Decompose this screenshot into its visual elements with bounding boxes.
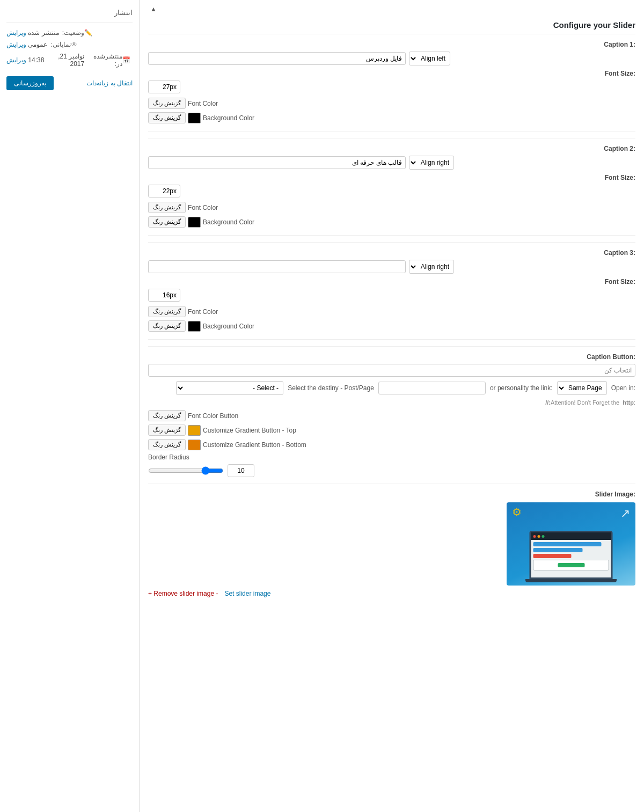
caption3-bgcolor-btn[interactable]: گزینش رنگ: [148, 320, 186, 332]
link-input[interactable]: [378, 382, 486, 394]
mock-screen-content: [531, 540, 611, 577]
mock-button: [533, 560, 609, 570]
set-slider-image-link[interactable]: Set slider image: [224, 590, 270, 597]
caption2-section: :Caption 2 Align right :Font Size Font C…: [148, 145, 635, 236]
caption-button-input-row: [148, 364, 635, 377]
sidebar: انتشار ✏️ وضعیت: منتشر شده ویرایش 👁 نمای…: [0, 0, 140, 812]
pencil-icon: ✏️: [84, 29, 92, 36]
published-time: 14:38: [28, 56, 44, 64]
caption1-align-select[interactable]: Align left: [409, 52, 450, 65]
sidebar-published-row: 📅 منتشرشده در: نوامبر 21, 2017 14:38 ویر…: [6, 53, 133, 68]
caption3-fontcolor-label: Font Color: [188, 308, 218, 316]
border-radius-slider-row: [148, 464, 635, 477]
caption2-align-select[interactable]: Align right: [409, 156, 454, 170]
visibility-label: نمایانی:: [50, 41, 70, 48]
dot-yellow: [538, 535, 540, 538]
border-radius-value[interactable]: [228, 464, 254, 477]
caption-button-section: :Caption Button :Open in Same Page :or p…: [148, 353, 635, 597]
collapse-arrow[interactable]: ▲: [150, 5, 157, 13]
gradient-top-btn[interactable]: گزینش رنگ: [148, 425, 186, 436]
slider-image-label: :Slider Image: [148, 491, 635, 498]
caption1-fontcolor-row: Font Color گزینش رنگ: [148, 98, 635, 109]
mock-titlebar: [531, 532, 611, 540]
visibility-edit-link[interactable]: ویرایش: [6, 41, 26, 48]
open-in-select[interactable]: Same Page: [557, 381, 607, 395]
dot-red: [533, 535, 536, 538]
visibility-value: عمومی: [28, 41, 47, 48]
caption3-label: :Caption 3: [148, 249, 635, 257]
border-radius-label-row: Border Radius: [148, 453, 635, 461]
sidebar-header: انتشار: [6, 6, 133, 23]
caption2-fontsize-input[interactable]: [148, 185, 180, 197]
caption1-section: :Caption 1 Align left :Font Size Font Co…: [148, 41, 635, 131]
published-edit-link[interactable]: ویرایش: [6, 56, 26, 64]
sidebar-actions: به‌روزرسانی انتقال به زبانه‌دات: [6, 76, 133, 90]
caption2-fontcolor-btn[interactable]: گزینش رنگ: [148, 202, 186, 213]
sidebar-visibility-row: 👁 نمایانی: عمومی ویرایش: [6, 41, 133, 48]
caption2-label: :Caption 2: [148, 145, 635, 152]
caption1-fontcolor-btn[interactable]: گزینش رنگ: [148, 98, 186, 109]
gradient-bottom-btn[interactable]: گزینش رنگ: [148, 439, 186, 450]
border-radius-slider[interactable]: [148, 466, 223, 475]
caption1-text-row: Align left: [148, 52, 635, 65]
attention-text-row: :Attention! Don't Forget the http://: [148, 399, 635, 406]
caption1-fontcolor-label: Font Color: [188, 100, 218, 107]
caption3-fontsize-label: :Font Size: [148, 278, 635, 286]
mock-laptop-base: [525, 579, 617, 582]
remove-slider-image-link[interactable]: - Remove slider image +: [148, 590, 218, 597]
caption2-text-row: Align right: [148, 156, 635, 170]
publish-button[interactable]: به‌روزرسانی: [6, 76, 54, 90]
gear-icon: ⚙: [512, 506, 522, 518]
caption1-bgcolor-label: Background Color: [203, 114, 254, 122]
caption1-fontsize-row: [148, 81, 635, 93]
go-to-meta-link[interactable]: انتقال به زبانه‌دات: [86, 79, 133, 87]
status-edit-link[interactable]: ویرایش: [6, 29, 26, 36]
caption3-text-input[interactable]: [148, 260, 406, 273]
slider-image-section: :Slider Image ↗ ⚙: [148, 491, 635, 597]
open-in-label: :Open in: [611, 384, 635, 392]
caption-button-label: :Caption Button: [148, 353, 635, 361]
caption3-fontcolor-row: Font Color گزینش رنگ: [148, 306, 635, 317]
caption2-text-input[interactable]: [148, 156, 406, 169]
destiny-row: :Open in Same Page :or personality the l…: [148, 381, 635, 395]
gradient-top-swatch: [188, 425, 201, 436]
mock-button-inner: [558, 563, 584, 567]
font-color-button-btn[interactable]: گزینش رنگ: [148, 410, 186, 421]
caption3-bgcolor-swatch: [188, 321, 201, 332]
caption3-fontcolor-btn[interactable]: گزینش رنگ: [148, 306, 186, 317]
caption3-text-row: Align right: [148, 260, 635, 274]
link-label: :or personality the link: [490, 384, 553, 392]
config-title: Configure your Slider: [148, 16, 635, 34]
font-color-button-label: Font Color Button: [188, 412, 238, 420]
caption3-align-select[interactable]: Align right: [409, 260, 454, 274]
published-value: نوامبر 21, 2017: [46, 53, 84, 68]
caption3-fontsize-input[interactable]: [148, 289, 180, 302]
caption2-fontcolor-label: Font Color: [188, 204, 218, 211]
caption2-bgcolor-row: Background Color گزینش رنگ: [148, 216, 635, 228]
caption1-bgcolor-btn[interactable]: گزینش رنگ: [148, 112, 186, 123]
caption2-bgcolor-btn[interactable]: گزینش رنگ: [148, 216, 186, 228]
destiny-select[interactable]: - Select -: [176, 381, 283, 395]
published-label: منتشرشده در:: [87, 53, 122, 68]
arrow-icon: ↗: [620, 507, 630, 521]
caption2-bgcolor-swatch: [188, 217, 201, 228]
caption1-fontsize-input[interactable]: [148, 81, 180, 93]
font-color-button-row: Font Color Button گزینش رنگ: [148, 410, 635, 421]
caption1-bgcolor-swatch: [188, 113, 201, 123]
gradient-top-row: Customize Gradient Button - Top گزینش رن…: [148, 425, 635, 436]
destiny-label: Select the destiny - Post/Page: [288, 384, 374, 392]
mock-line-3: [533, 554, 572, 558]
caption2-fontcolor-row: Font Color گزینش رنگ: [148, 202, 635, 213]
gradient-bottom-swatch: [188, 440, 201, 450]
slider-image-actions: Set slider image - Remove slider image +: [148, 590, 635, 597]
caption-button-input[interactable]: [148, 364, 635, 377]
calendar-icon: 📅: [122, 56, 130, 64]
sidebar-status-row: ✏️ وضعیت: منتشر شده ویرایش: [6, 29, 133, 36]
caption1-label: :Caption 1: [148, 41, 635, 48]
status-label: وضعیت:: [62, 29, 84, 36]
caption3-section: :Caption 3 Align right :Font Size Font C…: [148, 249, 635, 340]
mock-laptop: [530, 531, 613, 579]
caption2-bgcolor-label: Background Color: [203, 218, 254, 226]
caption1-bgcolor-row: Background Color گزینش رنگ: [148, 112, 635, 123]
caption1-text-input[interactable]: [148, 52, 406, 65]
